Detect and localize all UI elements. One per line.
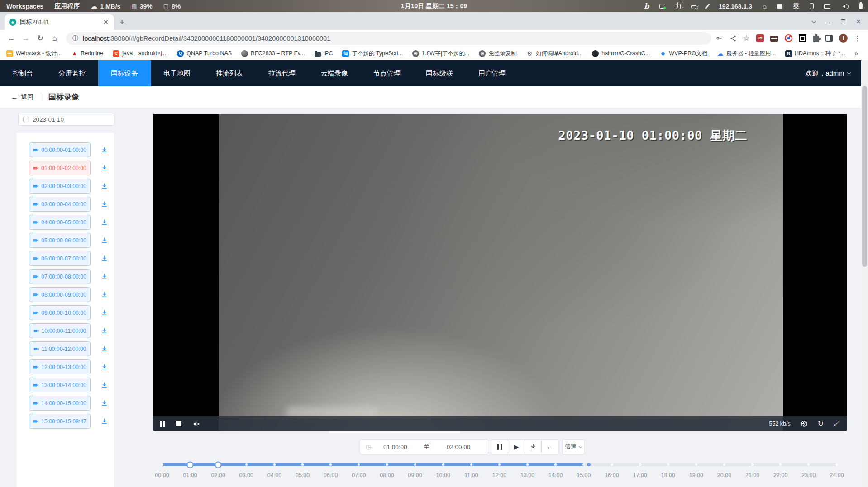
refresh-icon[interactable]: ↻ bbox=[818, 420, 824, 427]
download-recording-button[interactable] bbox=[101, 165, 108, 171]
screenshot-icon[interactable] bbox=[659, 4, 665, 9]
download-recording-button[interactable] bbox=[101, 291, 108, 298]
bookmark-star-icon[interactable]: ☆ bbox=[743, 33, 750, 43]
battery-icon[interactable] bbox=[859, 3, 863, 9]
download-recording-button[interactable] bbox=[101, 400, 108, 407]
download-recording-button[interactable] bbox=[101, 183, 108, 189]
nav-console[interactable]: 控制台 bbox=[0, 60, 46, 86]
video-player[interactable]: 2023-01-10 01:00:00 星期二 552 kb/s ↻ ⤢ bbox=[153, 114, 847, 431]
memory-indicator[interactable]: ▤ 8% bbox=[163, 3, 181, 10]
nav-gb-devices[interactable]: 国标设备 bbox=[98, 60, 151, 86]
download-recording-button[interactable] bbox=[101, 327, 108, 334]
scrollbar-thumb[interactable] bbox=[862, 86, 867, 267]
fullscreen-icon[interactable]: ⤢ bbox=[834, 420, 839, 427]
snapshot-shutter-icon[interactable] bbox=[801, 420, 808, 427]
pause-icon[interactable] bbox=[160, 421, 165, 427]
tab-close-icon[interactable]: ✕ bbox=[102, 18, 110, 26]
bookmark-hdatmos[interactable]: NHDAtmos :: 种子 *... bbox=[785, 50, 845, 57]
nav-node-manage[interactable]: 节点管理 bbox=[361, 60, 413, 86]
browser-home-button[interactable]: ⌂ bbox=[48, 32, 62, 45]
recording-button[interactable]: 10:00:00-11:00:00 bbox=[29, 323, 91, 338]
recording-button[interactable]: 11:00:00-12:00:00 bbox=[29, 341, 91, 356]
share-icon[interactable] bbox=[730, 35, 737, 42]
download-recording-button[interactable] bbox=[101, 364, 108, 370]
timeline-slider[interactable] bbox=[162, 463, 837, 466]
nav-split-screen[interactable]: 分屏监控 bbox=[46, 60, 98, 86]
nav-pull-proxy[interactable]: 拉流代理 bbox=[256, 60, 308, 86]
minimize-icon[interactable]: – bbox=[826, 18, 830, 26]
caffeine-icon[interactable] bbox=[691, 5, 696, 9]
bookmark-qnap[interactable]: QQNAP Turbo NAS bbox=[177, 50, 232, 57]
download-recording-button[interactable] bbox=[101, 345, 108, 352]
window-close-icon[interactable]: × bbox=[856, 17, 861, 26]
bookmark-wvp[interactable]: ◆WVP-PRO文档 bbox=[659, 50, 707, 57]
ip-address[interactable]: 192.168.1.3 bbox=[719, 3, 752, 10]
recording-button[interactable]: 08:00:00-09:00:00 bbox=[29, 287, 91, 302]
date-picker-input[interactable]: 2023-01-10 bbox=[18, 113, 114, 126]
workspaces-button[interactable]: Workspaces bbox=[6, 3, 43, 10]
extensions-puzzle-icon[interactable] bbox=[813, 36, 819, 42]
recording-button[interactable]: 09:00:00-10:00:00 bbox=[29, 305, 91, 320]
browser-menu-icon[interactable]: ⋮ bbox=[854, 34, 861, 43]
applications-menu[interactable]: 应用程序 bbox=[54, 2, 80, 10]
recording-button-active[interactable]: 01:00:00-02:00:00 bbox=[29, 161, 91, 175]
end-time-input[interactable]: 02:00:00 bbox=[434, 444, 482, 450]
bookmarks-overflow-button[interactable]: » bbox=[854, 50, 862, 57]
recording-button[interactable]: 06:00:00-07:00:00 bbox=[29, 251, 91, 266]
download-recording-button[interactable] bbox=[101, 201, 108, 208]
clock[interactable]: 1月10日 星期二 15：09 bbox=[401, 2, 467, 10]
password-key-icon[interactable] bbox=[715, 34, 723, 42]
nav-gb-cascade[interactable]: 国标级联 bbox=[413, 60, 466, 86]
profile-avatar[interactable]: I bbox=[839, 34, 848, 43]
speed-dropdown[interactable]: 倍速 bbox=[562, 439, 585, 454]
maximize-icon[interactable] bbox=[841, 19, 845, 24]
download-button[interactable] bbox=[525, 439, 542, 454]
download-recording-button[interactable] bbox=[101, 309, 108, 316]
url-bar[interactable]: ⓘ localhost:38080/#/gbRecordDetail/34020… bbox=[66, 32, 711, 45]
bing-icon[interactable]: b bbox=[644, 2, 649, 10]
time-range-picker[interactable]: ◷ 01:00:00 至 02:00:00 bbox=[360, 439, 488, 454]
recording-button[interactable]: 12:00:00-13:00:00 bbox=[29, 359, 91, 374]
cpu-indicator[interactable]: ▦ 39% bbox=[131, 3, 152, 10]
bookmark-zhihu[interactable]: 知了不起的 TypeScri... bbox=[342, 50, 403, 57]
display-icon[interactable] bbox=[824, 4, 830, 9]
download-recording-button[interactable] bbox=[101, 255, 108, 262]
recording-button[interactable]: 02:00:00-03:00:00 bbox=[29, 179, 91, 194]
bookmark-rfc[interactable]: RFC2833 – RTP Ev... bbox=[241, 50, 305, 57]
nav-cloud-record[interactable]: 云端录像 bbox=[308, 60, 361, 86]
range-end-handle[interactable] bbox=[215, 461, 222, 468]
recording-button[interactable]: 05:00:00-06:00:00 bbox=[29, 233, 91, 248]
mute-icon[interactable] bbox=[192, 420, 200, 428]
bookmark-ipc[interactable]: IPC bbox=[315, 50, 333, 57]
bookmark-redmine[interactable]: ▲Redmine bbox=[71, 50, 103, 57]
site-info-icon[interactable]: ⓘ bbox=[72, 34, 78, 43]
bookmark-csdn[interactable]: Cjava、android可... bbox=[113, 50, 167, 57]
recording-button[interactable]: 04:00:00-05:00:00 bbox=[29, 215, 91, 230]
download-recording-button[interactable] bbox=[101, 418, 108, 425]
tablet-icon[interactable] bbox=[810, 3, 814, 9]
stop-icon[interactable] bbox=[176, 421, 181, 426]
reload-button[interactable]: ↻ bbox=[33, 32, 47, 45]
home-icon[interactable]: ⌂ bbox=[763, 2, 767, 10]
extension-js-icon[interactable]: JS bbox=[756, 34, 764, 42]
range-start-handle[interactable] bbox=[187, 461, 194, 468]
download-recording-button[interactable] bbox=[101, 273, 108, 280]
nav-map[interactable]: 电子地图 bbox=[151, 60, 203, 86]
back-link[interactable]: ←返回 bbox=[11, 93, 33, 101]
nav-push-list[interactable]: 推流列表 bbox=[203, 60, 256, 86]
extension-blocker-icon[interactable] bbox=[785, 34, 792, 42]
bookmark-webstack[interactable]: ☰Webstack - 设计... bbox=[6, 50, 62, 57]
bookmark-tencent[interactable]: ☁服务器 - 轻量应用... bbox=[717, 50, 776, 57]
tab-search-icon[interactable] bbox=[811, 19, 816, 23]
download-recording-button[interactable] bbox=[101, 382, 108, 388]
play-button[interactable]: ▶ bbox=[508, 439, 525, 454]
bookmark-android[interactable]: ⚙如何编译Android... bbox=[526, 50, 583, 57]
color-picker-icon[interactable] bbox=[706, 4, 710, 9]
recording-button[interactable]: 15:00:00-15:09:47 bbox=[29, 414, 91, 429]
bookmark-github[interactable]: hairrrrr/C-CrashC... bbox=[592, 50, 650, 57]
recording-button[interactable]: 03:00:00-04:00:00 bbox=[29, 197, 91, 212]
side-panel-icon[interactable] bbox=[825, 35, 833, 42]
extension-glasses-icon[interactable] bbox=[770, 36, 778, 42]
start-time-input[interactable]: 01:00:00 bbox=[371, 444, 419, 450]
user-menu[interactable]: 欢迎，admin bbox=[805, 60, 861, 86]
